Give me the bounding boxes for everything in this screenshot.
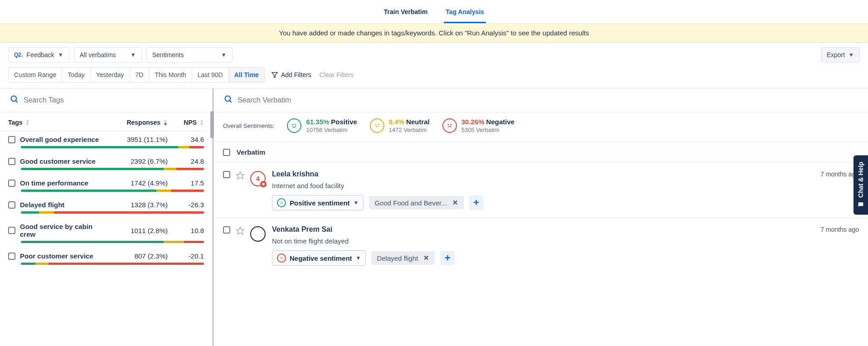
sentiment-bar <box>21 146 204 148</box>
svg-point-8 <box>378 124 379 125</box>
svg-line-4 <box>230 101 232 102</box>
tag-chip: Delayed flight ✕ <box>371 251 435 265</box>
question-dropdown[interactable]: Q2. Feedback ▼ <box>8 47 69 63</box>
tag-nps: -20.1 <box>172 252 204 260</box>
sort-icon[interactable]: ▲▼ <box>25 119 30 126</box>
date-90d[interactable]: Last 90D <box>192 68 229 82</box>
negative-pct: 30.26% <box>461 118 485 126</box>
export-button[interactable]: Export ▼ <box>821 47 860 63</box>
frown-icon <box>442 118 457 133</box>
col-responses-label[interactable]: Responses <box>126 119 160 126</box>
negative-count: 5305 Verbatim <box>461 127 514 133</box>
add-tag-button[interactable]: + <box>440 251 455 265</box>
star-icon[interactable] <box>236 171 245 181</box>
tag-row[interactable]: Good service by cabin crew 1011 (2.8%) 1… <box>0 218 212 248</box>
search-tags[interactable]: Search Tags <box>0 88 212 112</box>
sentiment-bar <box>21 241 204 243</box>
smile-icon <box>287 118 301 133</box>
sentiment-dropdown[interactable]: Positive sentiment ▼ <box>272 195 364 210</box>
tag-checkbox[interactable] <box>8 253 15 260</box>
verbatim-filter-dropdown[interactable]: All verbatims ▼ <box>74 47 142 63</box>
scrollbar-thumb[interactable] <box>210 111 214 138</box>
sentiment-summary: Overall Sentiments: 61.35%Positive 10756… <box>214 112 868 142</box>
verbatim-header-label: Verbatim <box>237 148 265 156</box>
tag-name: Good service by cabin crew <box>20 223 109 238</box>
sentiment-filter-dropdown[interactable]: Sentiments ▼ <box>146 47 233 63</box>
svg-point-11 <box>451 124 451 125</box>
sentiment-filter-label: Sentiments <box>152 51 184 58</box>
search-icon <box>10 95 19 106</box>
sentiment-positive: 61.35%Positive 10756 Verbatim <box>287 118 357 133</box>
date-yesterday[interactable]: Yesterday <box>91 68 130 82</box>
sentiment-bar <box>21 211 204 214</box>
tab-train-verbatim[interactable]: Train Verbatim <box>382 5 429 23</box>
tag-row[interactable]: Good customer service 2392 (6.7%) 24.8 <box>0 153 212 175</box>
chevron-down-icon: ▼ <box>849 52 854 58</box>
tag-checkbox[interactable] <box>8 180 15 187</box>
chevron-down-icon: ▼ <box>131 52 136 58</box>
positive-count: 10756 Verbatim <box>306 127 357 133</box>
chevron-down-icon: ▼ <box>354 200 359 206</box>
tag-chip-label: Good Food and Bever... <box>374 199 446 207</box>
remove-tag-icon[interactable]: ✕ <box>451 199 460 207</box>
main-split: Search Tags Tags ▲▼ Responses ▲▼ NPS ▲▼ <box>0 88 868 346</box>
chevron-down-icon: ▼ <box>356 255 361 261</box>
remove-tag-icon[interactable]: ✕ <box>422 254 431 262</box>
tag-row[interactable]: On time performance 1742 (4.9%) 17.5 <box>0 175 212 196</box>
tag-nps: 10.8 <box>172 227 204 234</box>
add-tag-button[interactable]: + <box>469 195 484 210</box>
verbatim-panel: Search Verbatim Overall Sentiments: 61.3… <box>214 88 868 346</box>
star-icon[interactable] <box>236 226 245 237</box>
clear-filters-button[interactable]: Clear Filters <box>320 71 354 78</box>
tag-checkbox[interactable] <box>8 227 15 234</box>
date-today[interactable]: Today <box>62 68 90 82</box>
tag-checkbox[interactable] <box>8 201 15 209</box>
add-filters-button[interactable]: Add Filters <box>271 71 311 78</box>
date-range-group: Custom Range Today Yesterday 7D This Mon… <box>8 67 265 83</box>
tag-row[interactable]: Poor customer service 807 (2.3%) -20.1 <box>0 248 212 269</box>
select-all-checkbox[interactable] <box>223 149 230 156</box>
sentiment-negative: 30.26%Negative 5305 Verbatim <box>442 118 514 133</box>
search-icon <box>224 95 233 106</box>
search-verbatim[interactable]: Search Verbatim <box>214 88 868 112</box>
neutral-count: 1472 Verbatim <box>389 127 430 133</box>
col-tags-label[interactable]: Tags <box>8 119 23 126</box>
tag-checkbox[interactable] <box>8 136 15 143</box>
filter-icon <box>271 71 278 78</box>
tag-row[interactable]: Overall good experience 3951 (11.1%) 34.… <box>0 131 212 153</box>
date-all-time[interactable]: All Time <box>229 68 264 82</box>
add-filters-label: Add Filters <box>281 71 311 78</box>
date-7d[interactable]: 7D <box>130 68 150 82</box>
tag-name: Overall good experience <box>20 136 109 143</box>
notice-bar: You have added or made changes in tags/k… <box>0 24 868 43</box>
svg-point-5 <box>293 124 294 125</box>
chat-icon <box>857 201 864 208</box>
sentiment-dropdown[interactable]: Negative sentiment ▼ <box>272 250 366 266</box>
tag-row[interactable]: Delayed flight 1328 (3.7%) -26.3 <box>0 196 212 218</box>
verbatim-row: 4 Leela krishna 7 months ago Internet an… <box>214 162 868 218</box>
tag-chip-label: Delayed flight <box>377 254 418 262</box>
svg-line-2 <box>16 101 18 102</box>
chat-help-button[interactable]: Chat & Help <box>853 155 868 214</box>
avatar <box>250 226 266 242</box>
overall-sentiments-label: Overall Sentiments: <box>223 122 274 129</box>
sentiment-face-icon <box>277 198 286 207</box>
verbatim-text: Internet and food facility <box>272 182 859 190</box>
sentiment-neutral: 8.4%Neutral 1472 Verbatim <box>370 118 430 133</box>
sentiment-label: Positive sentiment <box>290 199 350 207</box>
verbatim-checkbox[interactable] <box>223 171 230 178</box>
col-nps-label[interactable]: NPS <box>184 119 197 126</box>
svg-point-16 <box>281 257 281 258</box>
sort-icon[interactable]: ▲▼ <box>163 119 168 126</box>
tag-name: On time performance <box>20 179 109 187</box>
tag-nps: -26.3 <box>172 201 204 209</box>
sort-icon[interactable]: ▲▼ <box>199 119 204 126</box>
tab-tag-analysis[interactable]: Tag Analysis <box>444 5 486 23</box>
chat-help-label: Chat & Help <box>857 161 864 197</box>
verbatim-checkbox[interactable] <box>223 226 230 234</box>
negative-label: Negative <box>486 118 515 126</box>
tag-checkbox[interactable] <box>8 158 15 165</box>
tag-count: 1742 (4.9%) <box>113 179 168 187</box>
date-custom[interactable]: Custom Range <box>9 68 62 82</box>
date-this-month[interactable]: This Month <box>149 68 192 82</box>
